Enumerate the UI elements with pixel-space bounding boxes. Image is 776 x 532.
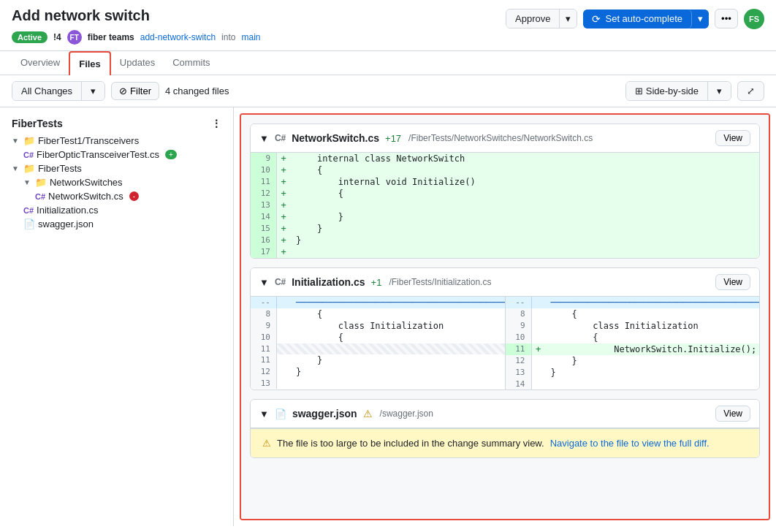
tree-file-initialization[interactable]: C# Initialization.cs <box>0 203 233 217</box>
file-name-swagger: swagger.json <box>292 408 357 419</box>
expand-button[interactable]: ⤢ <box>737 81 764 101</box>
file-name-initialization: Initialization.cs <box>292 276 365 288</box>
file-name-networkswitch: NetworkSwitch.cs <box>292 132 379 144</box>
approve-button[interactable]: Approve <box>506 10 560 28</box>
chevron-icon: ▼ <box>259 408 269 419</box>
chevron-down-icon: ▼ <box>23 178 31 186</box>
file-tree-sidebar: FiberTests ⋮ ▼ 📁 FiberTest1/Transceivers… <box>0 107 234 526</box>
nav-tabs: Overview Files Updates Commits <box>0 51 776 75</box>
changed-files-count: 4 changed files <box>165 86 229 96</box>
tree-file-networkswitch[interactable]: C# NetworkSwitch.cs - <box>0 189 233 203</box>
diff-left-side: -- ─────────────────────────────────────… <box>251 297 506 390</box>
toolbar: All Changes ▾ ⊘ Filter 4 changed files ⊞… <box>0 75 776 107</box>
more-options-button[interactable]: ••• <box>715 9 738 28</box>
target-branch[interactable]: main <box>241 32 260 42</box>
warning-triangle-icon: ⚠ <box>262 438 271 449</box>
diff-line: 16 + } <box>251 235 759 246</box>
view-mode-dropdown[interactable]: ▾ <box>708 82 731 100</box>
file-additions-networkswitch: +17 <box>385 133 401 144</box>
diff-line: 13 + <box>251 200 759 211</box>
author-name: fiber teams <box>88 32 134 42</box>
tree-folder-networkswitches[interactable]: ▼ 📁 NetworkSwitches <box>0 175 233 189</box>
approve-button-group[interactable]: Approve ▾ <box>506 9 577 28</box>
file-path-swagger: /swagger.json <box>380 408 433 419</box>
diff-file-header-networkswitch: ▼ C# NetworkSwitch.cs +17 /FiberTests/Ne… <box>251 124 759 153</box>
commit-count: !4 <box>53 32 61 42</box>
diff-content-initialization: -- ─────────────────────────────────────… <box>251 297 759 390</box>
file-path-networkswitch: /FiberTests/NetworkSwitches/NetworkSwitc… <box>408 133 593 143</box>
diff-line: 13 <box>251 378 505 389</box>
view-mode-icon: ⊞ <box>635 86 643 96</box>
all-changes-group[interactable]: All Changes ▾ <box>12 81 105 101</box>
tab-files[interactable]: Files <box>69 51 111 75</box>
approve-dropdown[interactable]: ▾ <box>560 10 577 28</box>
csharp-icon: C# <box>35 192 45 201</box>
diff-file-swagger: ▼ 📄 swagger.json ⚠ /swagger.json View ⚠ … <box>250 399 760 458</box>
diff-line: 9 class Initialization <box>251 320 505 332</box>
diff-hunk-right: -- ─────────────────────────────────────… <box>506 297 760 308</box>
sidebar-header: FiberTests ⋮ <box>0 113 233 134</box>
auto-complete-button[interactable]: ⟳ Set auto-complete <box>583 10 692 28</box>
tree-folder-fibertests[interactable]: ▼ 📁 FiberTests <box>0 162 233 175</box>
diff-line: 10 { <box>506 332 760 343</box>
filter-icon: ⊘ <box>119 86 127 96</box>
tree-folder-fibertest1[interactable]: ▼ 📁 FiberTest1/Transceivers <box>0 134 233 148</box>
add-badge: + <box>165 150 177 159</box>
view-file-button-swagger[interactable]: View <box>715 406 750 422</box>
folder-icon: 📁 <box>23 135 35 146</box>
auto-complete-dropdown[interactable]: ▾ <box>692 10 709 28</box>
diff-file-networkswitch: ▼ C# NetworkSwitch.cs +17 /FiberTests/Ne… <box>250 123 760 259</box>
diff-line: 10 { <box>251 332 505 343</box>
chevron-icon: ▼ <box>259 277 269 288</box>
diff-line: 9 class Initialization <box>506 320 760 332</box>
navigate-to-file-link[interactable]: Navigate to the file to view the full di… <box>550 438 710 449</box>
view-mode-group[interactable]: ⊞ Side-by-side ▾ <box>625 81 731 101</box>
diff-file-header-initialization: ▼ C# Initialization.cs +1 /FiberTests/In… <box>251 268 759 297</box>
page-title: Add network switch <box>12 7 150 24</box>
diff-hunk-left: -- ─────────────────────────────────────… <box>251 297 505 308</box>
diff-line: 12 } <box>506 355 760 367</box>
diff-file-initialization: ▼ C# Initialization.cs +1 /FiberTests/In… <box>250 267 760 390</box>
diff-line: 12 } <box>251 366 505 378</box>
tab-updates[interactable]: Updates <box>111 51 164 75</box>
tree-file-fiberoptic[interactable]: C# FiberOpticTransceiverTest.cs + <box>0 148 233 162</box>
diff-line: 13 } <box>506 367 760 379</box>
json-file-icon: 📄 <box>23 218 35 229</box>
reviewer-avatar: FS <box>744 9 764 29</box>
swagger-warning: ⚠ The file is too large to be included i… <box>251 428 759 457</box>
diff-wrapper: ▼ C# NetworkSwitch.cs +17 /FiberTests/Ne… <box>240 113 770 520</box>
diff-line: 8 { <box>251 308 505 320</box>
json-file-icon: 📄 <box>275 408 286 419</box>
file-additions-initialization: +1 <box>371 277 382 288</box>
remove-badge: - <box>129 191 139 201</box>
diff-line: 8 { <box>506 308 760 320</box>
sidebar-title: FiberTests <box>12 118 63 129</box>
diff-right-side: -- ─────────────────────────────────────… <box>506 297 760 390</box>
tab-overview[interactable]: Overview <box>12 51 69 75</box>
diff-line-empty-striped: 11 <box>251 343 505 354</box>
status-badge: Active <box>12 31 47 43</box>
diff-line: 17 + <box>251 246 759 258</box>
diff-line: 11 } <box>251 354 505 366</box>
diff-line: 12 + { <box>251 188 759 200</box>
view-file-button-networkswitch[interactable]: View <box>715 130 750 146</box>
all-changes-dropdown[interactable]: ▾ <box>82 82 104 100</box>
tab-commits[interactable]: Commits <box>164 51 218 75</box>
diff-line: 9 + internal class NetworkSwitch <box>251 153 759 164</box>
all-changes-button[interactable]: All Changes <box>12 82 82 100</box>
diff-content-networkswitch: 9 + internal class NetworkSwitch 10 + { … <box>251 153 759 258</box>
diff-line-added: 11 + NetworkSwitch.Initialize(); <box>506 343 760 355</box>
tree-file-swagger[interactable]: 📄 swagger.json <box>0 217 233 231</box>
auto-complete-icon: ⟳ <box>592 13 601 25</box>
source-branch[interactable]: add-network-switch <box>140 32 216 42</box>
diff-line: 14 + } <box>251 211 759 223</box>
warning-text: The file is too large to be included in … <box>277 438 544 449</box>
lang-badge-cs2: C# <box>275 277 286 287</box>
chevron-down-icon: ▼ <box>12 164 19 172</box>
view-file-button-initialization[interactable]: View <box>715 274 750 290</box>
view-mode-button[interactable]: ⊞ Side-by-side <box>626 82 708 100</box>
filter-button[interactable]: ⊘ Filter <box>111 82 159 100</box>
diff-file-header-swagger: ▼ 📄 swagger.json ⚠ /swagger.json View <box>251 400 759 428</box>
sidebar-menu-button[interactable]: ⋮ <box>208 116 224 131</box>
auto-complete-button-group[interactable]: ⟳ Set auto-complete ▾ <box>583 10 709 28</box>
